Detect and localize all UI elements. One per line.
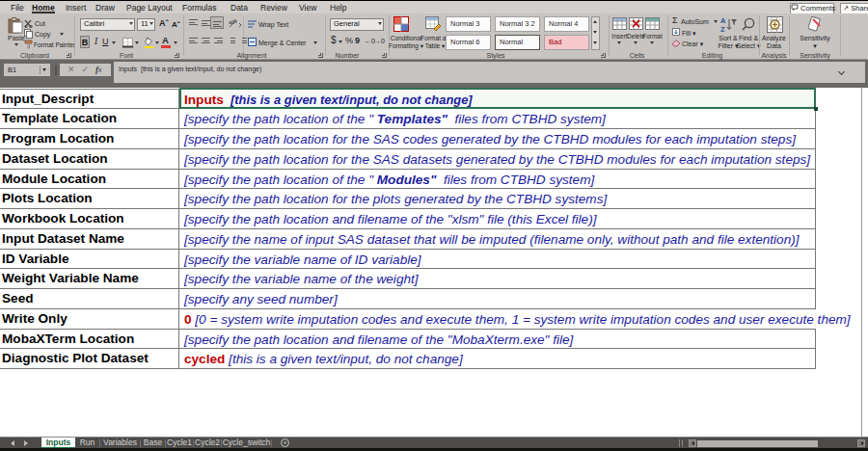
- svg-text:A: A: [720, 16, 726, 25]
- svg-text:Z: Z: [720, 25, 725, 34]
- svg-text:ab: ab: [229, 19, 235, 25]
